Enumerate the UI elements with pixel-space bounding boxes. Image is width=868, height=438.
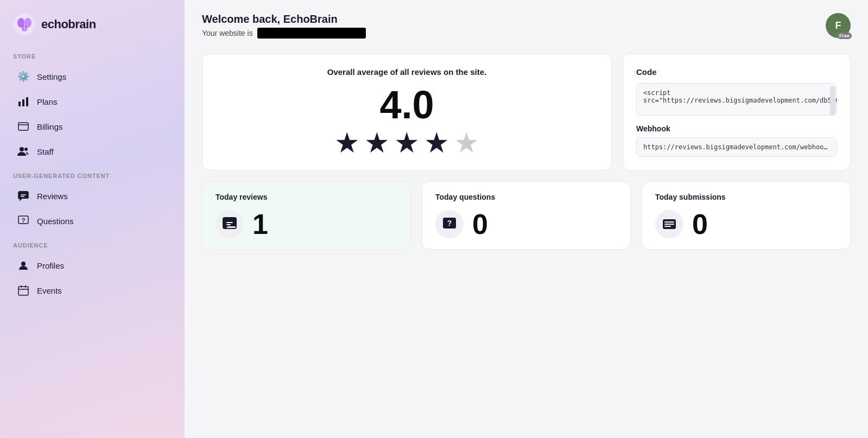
reviews-icon <box>17 190 29 202</box>
stat-reviews-value: 1 <box>252 210 268 238</box>
plans-icon <box>17 96 29 107</box>
sidebar-item-events-label: Events <box>37 286 62 295</box>
reviews-stat-icon <box>223 217 237 231</box>
stat-questions-title: Today questions <box>435 193 617 201</box>
star-5: ★ <box>454 129 479 157</box>
sidebar-item-settings[interactable]: ⚙️ Settings <box>4 64 180 89</box>
svg-text:?: ? <box>447 219 452 227</box>
rating-card-title: Overall average of all reviews on the si… <box>216 67 598 77</box>
svg-rect-8 <box>18 123 28 130</box>
code-card-title: Code <box>636 67 837 77</box>
stat-card-reviews: Today reviews 1 <box>202 181 411 250</box>
logo-text: echobrain <box>41 17 96 31</box>
stat-submissions-icon-box <box>655 210 683 238</box>
webhook-title: Webhook <box>636 124 837 133</box>
settings-icon: ⚙️ <box>17 71 29 82</box>
website-value <box>257 28 366 39</box>
svg-rect-25 <box>664 224 674 225</box>
stat-questions-value: 0 <box>472 210 488 238</box>
svg-rect-7 <box>26 97 28 106</box>
stat-submissions-body: 0 <box>655 210 837 238</box>
questions-stat-icon: ? <box>442 217 457 231</box>
rating-score: 4.0 <box>216 85 598 124</box>
billings-icon <box>17 120 29 132</box>
sidebar-item-profiles[interactable]: Profiles <box>4 253 180 278</box>
logo-icon <box>13 13 36 36</box>
scrollbar[interactable] <box>830 86 835 116</box>
sidebar-item-profiles-label: Profiles <box>37 261 64 270</box>
stats-row: Today reviews 1 Today questions <box>202 181 851 250</box>
stat-card-questions: Today questions ? 0 <box>422 181 631 250</box>
stat-questions-icon-box: ? <box>435 210 464 238</box>
welcome-title: Welcome back, EchoBrain <box>202 13 366 26</box>
website-line: Your website is <box>202 28 366 39</box>
star-3: ★ <box>394 129 420 157</box>
svg-text:?: ? <box>22 217 26 224</box>
code-snippet-box[interactable]: <script src="https://reviews.bigsigmadev… <box>636 83 837 116</box>
stat-card-submissions: Today submissions 0 <box>642 181 851 250</box>
sidebar-item-billings-label: Billings <box>37 122 63 131</box>
sidebar-item-settings-label: Settings <box>37 72 66 81</box>
svg-point-10 <box>20 147 24 151</box>
sidebar-item-staff[interactable]: Staff <box>4 139 180 164</box>
star-1: ★ <box>334 129 360 157</box>
section-label-store: STORE <box>0 53 185 64</box>
section-label-audience: AUDIENCE <box>0 242 185 253</box>
section-label-ugc: USER-GENERATED CONTENT <box>0 173 185 183</box>
sidebar-item-plans[interactable]: Plans <box>4 89 180 114</box>
stat-questions-body: ? 0 <box>435 210 617 238</box>
code-card: Code <script src="https://reviews.bigsig… <box>623 54 851 170</box>
webhook-url-text: https://reviews.bigsigmadevelopment.com/… <box>643 143 837 151</box>
avatar-badge: Free <box>837 33 852 39</box>
svg-rect-26 <box>664 226 671 227</box>
code-snippet-text: <script src="https://reviews.bigsigmadev… <box>643 89 837 104</box>
header-bar: Welcome back, EchoBrain Your website is … <box>202 13 851 39</box>
avatar-button[interactable]: F Free <box>826 13 851 38</box>
svg-point-15 <box>21 262 26 266</box>
sidebar-item-staff-label: Staff <box>37 147 54 156</box>
stat-submissions-value: 0 <box>692 210 708 238</box>
sidebar-item-events[interactable]: Events <box>4 278 180 303</box>
main-content: Welcome back, EchoBrain Your website is … <box>185 0 868 438</box>
website-prefix: Your website is <box>202 29 253 37</box>
avatar-letter: F <box>835 20 841 31</box>
webhook-url-box: https://reviews.bigsigmadevelopment.com/… <box>636 137 837 157</box>
rating-card: Overall average of all reviews on the si… <box>202 54 612 170</box>
sidebar-item-reviews[interactable]: Reviews <box>4 183 180 208</box>
sidebar-item-reviews-label: Reviews <box>37 192 68 201</box>
events-icon <box>17 284 29 296</box>
svg-rect-16 <box>18 287 28 295</box>
stat-reviews-title: Today reviews <box>216 193 397 201</box>
questions-icon: ? <box>17 215 29 227</box>
welcome-section: Welcome back, EchoBrain Your website is <box>202 13 366 39</box>
sidebar-item-billings[interactable]: Billings <box>4 114 180 139</box>
staff-icon <box>17 145 29 157</box>
dashboard-top-grid: Overall average of all reviews on the si… <box>202 54 851 170</box>
svg-rect-6 <box>22 99 24 106</box>
sidebar: echobrain STORE ⚙️ Settings Plans Billin… <box>0 0 185 438</box>
sidebar-item-questions-label: Questions <box>37 217 74 226</box>
sidebar-item-plans-label: Plans <box>37 97 58 106</box>
star-4: ★ <box>424 129 449 157</box>
star-2: ★ <box>364 129 390 157</box>
submissions-stat-icon <box>662 217 676 231</box>
stat-reviews-body: 1 <box>216 210 397 238</box>
svg-rect-5 <box>18 101 21 106</box>
svg-point-11 <box>24 148 28 151</box>
sidebar-item-questions[interactable]: ? Questions <box>4 208 180 233</box>
logo-area: echobrain <box>0 13 185 53</box>
svg-rect-24 <box>664 221 674 223</box>
stars-row: ★ ★ ★ ★ ★ <box>216 129 598 157</box>
stat-submissions-title: Today submissions <box>655 193 837 201</box>
profiles-icon <box>17 259 29 271</box>
stat-reviews-icon-box <box>216 210 244 238</box>
